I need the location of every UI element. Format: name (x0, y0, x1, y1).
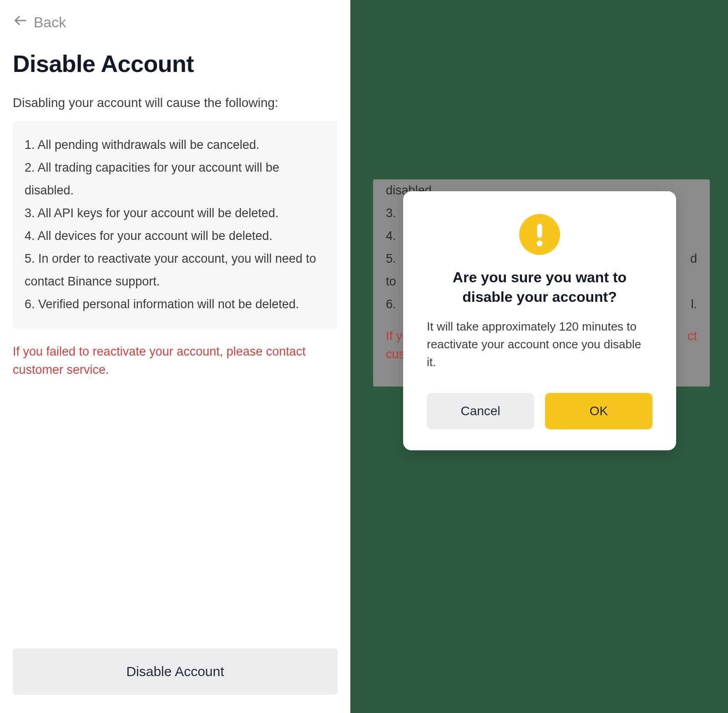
back-button[interactable]: Back (13, 13, 338, 32)
warning-icon (427, 214, 652, 255)
page-title: Disable Account (13, 50, 338, 77)
reactivate-warning: If you failed to reactivate your account… (13, 342, 338, 379)
effect-item: 6. Verified personal information will no… (25, 293, 326, 316)
effect-item: 4. All devices for your account will be … (25, 225, 326, 248)
dialog-buttons: Cancel OK (427, 393, 652, 429)
ok-button[interactable]: OK (545, 393, 652, 429)
effect-item: 3. All API keys for your account will be… (25, 202, 326, 225)
effect-item: 2. All trading capacities for your accou… (25, 157, 326, 202)
intro-text: Disabling your account will cause the fo… (13, 96, 338, 110)
svg-rect-2 (537, 224, 542, 238)
confirm-dialog: Are you sure you want to disable your ac… (403, 191, 676, 450)
effects-list: 1. All pending withdrawals will be cance… (13, 121, 338, 329)
disable-account-screen: Back Disable Account Disabling your acco… (0, 0, 350, 713)
cancel-button[interactable]: Cancel (427, 393, 534, 429)
effect-item: 5. In order to reactivate your account, … (25, 248, 326, 293)
disable-account-button[interactable]: Disable Account (13, 648, 338, 695)
confirmation-screen: disabled. 3. 4. 5.d to 6.l. If youct cus… (350, 0, 728, 713)
svg-point-3 (537, 241, 543, 247)
dialog-body: It will take approximately 120 minutes t… (427, 318, 652, 371)
dialog-title: Are you sure you want to disable your ac… (427, 268, 652, 307)
back-label: Back (34, 14, 66, 31)
effect-item: 1. All pending withdrawals will be cance… (25, 134, 326, 157)
arrow-left-icon (13, 13, 28, 32)
